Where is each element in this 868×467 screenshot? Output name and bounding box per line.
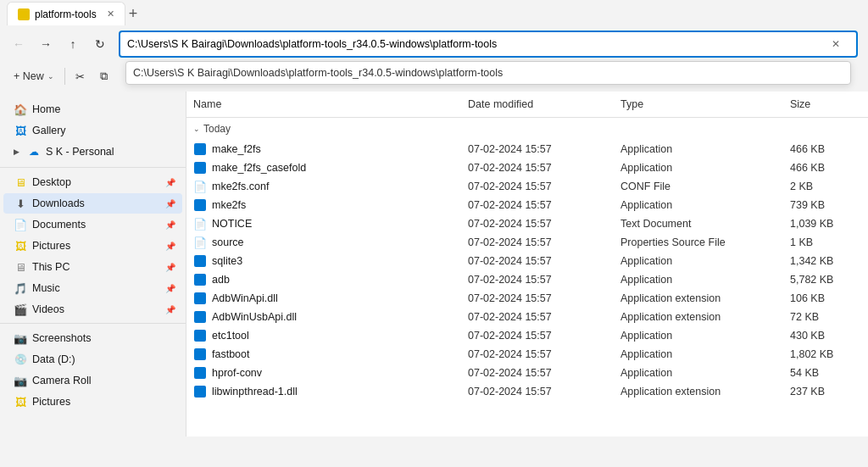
sk-expand-icon: ▶ — [14, 147, 22, 156]
file-name: sqlite3 — [212, 255, 242, 267]
col-header-name[interactable]: Name — [186, 95, 461, 114]
file-type-icon — [193, 273, 207, 286]
screenshots-icon: 📷 — [14, 331, 27, 345]
file-groups: ⌄ Today make_f2fs 07-02-2024 15:57 Appli… — [186, 118, 868, 401]
file-date: 07-02-2024 15:57 — [461, 215, 614, 232]
file-size: 1,039 KB — [783, 215, 868, 232]
refresh-button[interactable]: ↻ — [88, 32, 112, 56]
tab-label: platform-tools — [35, 8, 97, 20]
sidebar-item-videos[interactable]: 🎬 Videos 📌 — [3, 299, 182, 320]
file-type: Application — [614, 141, 783, 158]
window-tab[interactable]: platform-tools ✕ — [7, 2, 125, 25]
file-type: Application — [614, 253, 783, 270]
sidebar-item-home[interactable]: 🏠 Home — [3, 99, 182, 120]
thispc-label: This PC — [32, 261, 172, 273]
table-row[interactable]: mke2fs 07-02-2024 15:57 Application 739 … — [186, 196, 868, 214]
up-button[interactable]: ↑ — [61, 32, 85, 56]
sidebar-item-music[interactable]: 🎵 Music 📌 — [3, 278, 182, 298]
col-header-datemodified[interactable]: Date modified — [461, 95, 614, 114]
sidebar-item-downloads[interactable]: ⬇ Downloads 📌 — [3, 193, 182, 214]
sidebar-item-screenshots[interactable]: 📷 Screenshots — [3, 328, 182, 348]
table-row[interactable]: make_f2fs 07-02-2024 15:57 Application 4… — [186, 140, 868, 158]
home-label: Home — [32, 103, 172, 115]
desktop-label: Desktop — [32, 176, 172, 188]
sidebar-item-pictures2[interactable]: 🖼 Pictures — [3, 392, 182, 412]
sidebar-item-cameraroll[interactable]: 📷 Camera Roll — [3, 370, 182, 391]
file-type-icon — [193, 254, 207, 268]
sidebar-bottom-divider — [0, 323, 186, 327]
file-size: 430 KB — [783, 327, 868, 344]
file-name-cell: adb — [186, 270, 461, 289]
copy-button[interactable]: ⧉ — [93, 67, 114, 86]
app-icon — [194, 292, 206, 304]
address-clear-button[interactable]: ✕ — [826, 34, 846, 54]
table-row[interactable]: sqlite3 07-02-2024 15:57 Application 1,3… — [186, 252, 868, 270]
file-size: 1,802 KB — [783, 346, 868, 363]
sidebar-item-gallery[interactable]: 🖼 Gallery — [3, 120, 182, 141]
app-icon — [194, 330, 206, 342]
documents-label: Documents — [32, 219, 172, 231]
address-suggestion[interactable]: C:\Users\S K Bairagi\Downloads\platform-… — [125, 61, 851, 85]
table-row[interactable]: make_f2fs_casefold 07-02-2024 15:57 Appl… — [186, 158, 868, 177]
videos-label: Videos — [32, 303, 172, 315]
new-button[interactable]: + New ⌄ — [7, 67, 61, 86]
file-size: 106 KB — [783, 290, 868, 307]
file-type: Application — [614, 159, 783, 176]
table-row[interactable]: etc1tool 07-02-2024 15:57 Application 43… — [186, 326, 868, 345]
cameraroll-label: Camera Roll — [32, 375, 172, 386]
file-size: 237 KB — [783, 383, 868, 400]
table-row[interactable]: 📄 mke2fs.conf 07-02-2024 15:57 CONF File… — [186, 177, 868, 196]
table-row[interactable]: libwinpthread-1.dll 07-02-2024 15:57 App… — [186, 382, 868, 401]
table-row[interactable]: AdbWinUsbApi.dll 07-02-2024 15:57 Applic… — [186, 308, 868, 326]
file-type-icon — [193, 385, 207, 398]
table-row[interactable]: adb 07-02-2024 15:57 Application 5,782 K… — [186, 270, 868, 289]
address-bar-input[interactable] — [119, 31, 858, 58]
music-icon: 🎵 — [14, 281, 27, 295]
back-button[interactable]: ← — [7, 32, 31, 56]
table-row[interactable]: fastboot 07-02-2024 15:57 Application 1,… — [186, 345, 868, 364]
file-name: AdbWinApi.dll — [212, 292, 278, 304]
sidebar-item-thispc[interactable]: 🖥 This PC 📌 — [3, 257, 182, 277]
table-row[interactable]: hprof-conv 07-02-2024 15:57 Application … — [186, 364, 868, 382]
datad-label: Data (D:) — [32, 353, 172, 365]
table-row[interactable]: 📄 NOTICE 07-02-2024 15:57 Text Document … — [186, 214, 868, 233]
file-type: Application — [614, 197, 783, 214]
file-size: 2 KB — [783, 178, 868, 195]
file-name-cell: etc1tool — [186, 326, 461, 345]
file-date: 07-02-2024 15:57 — [461, 159, 614, 176]
home-icon: 🏠 — [14, 103, 27, 116]
file-name: etc1tool — [212, 330, 249, 342]
file-size: 54 KB — [783, 364, 868, 381]
cut-button[interactable]: ✂ — [69, 67, 92, 86]
cloud-icon: ☁ — [27, 145, 41, 158]
col-header-type[interactable]: Type — [614, 95, 783, 114]
sidebar-item-documents[interactable]: 📄 Documents 📌 — [3, 214, 182, 235]
sidebar-item-pictures[interactable]: 🖼 Pictures 📌 — [3, 236, 182, 256]
table-row[interactable]: 📄 source 07-02-2024 15:57 Properties Sou… — [186, 233, 868, 252]
file-icon: 📄 — [193, 218, 207, 231]
file-name: hprof-conv — [212, 367, 262, 379]
pictures2-label: Pictures — [32, 396, 172, 408]
file-name: mke2fs.conf — [212, 181, 269, 192]
file-date: 07-02-2024 15:57 — [461, 346, 614, 363]
col-header-size[interactable]: Size — [783, 95, 868, 114]
sidebar-item-datad[interactable]: 💿 Data (D:) — [3, 349, 182, 370]
file-date: 07-02-2024 15:57 — [461, 197, 614, 214]
pin-icon-music: 📌 — [165, 284, 175, 293]
table-row[interactable]: AdbWinApi.dll 07-02-2024 15:57 Applicati… — [186, 289, 868, 308]
file-type: Application extension — [614, 383, 783, 400]
new-tab-button[interactable]: + — [129, 6, 138, 21]
file-type: Text Document — [614, 215, 783, 232]
sidebar-item-desktop[interactable]: 🖥 Desktop 📌 — [3, 172, 182, 192]
file-size: 1 KB — [783, 234, 868, 251]
file-name-cell: 📄 source — [186, 233, 461, 252]
sidebar-item-sk-personal[interactable]: ▶ ☁ S K - Personal — [3, 142, 182, 162]
sidebar: 🏠 Home 🖼 Gallery ▶ ☁ S K - Personal 🖥 De… — [0, 92, 186, 436]
file-icon: 📄 — [193, 236, 207, 249]
tab-close-button[interactable]: ✕ — [107, 8, 114, 19]
forward-button[interactable]: → — [34, 32, 58, 56]
downloads-icon: ⬇ — [14, 197, 27, 210]
tab-folder-icon — [18, 8, 30, 20]
app-icon — [194, 386, 206, 398]
file-type-icon — [193, 292, 207, 305]
